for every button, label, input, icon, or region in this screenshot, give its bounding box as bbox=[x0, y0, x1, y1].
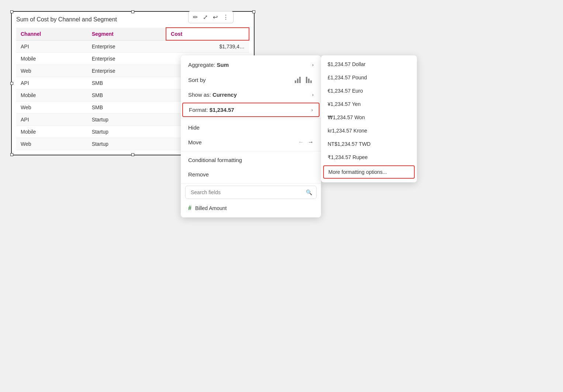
menu-item-conditional-formatting[interactable]: Conditional formatting bbox=[181, 153, 321, 167]
cell-segment: Startup bbox=[87, 138, 166, 150]
aggregate-chevron: › bbox=[312, 62, 314, 68]
separator-3 bbox=[181, 183, 321, 183]
svg-rect-5 bbox=[310, 80, 312, 83]
currency-item[interactable]: €1,234.57 Euro bbox=[321, 84, 417, 97]
widget-toolbar: ✏ ⤢ ↩ ⋮ bbox=[188, 11, 234, 23]
cell-channel: API bbox=[16, 77, 87, 89]
separator-2 bbox=[181, 151, 321, 151]
cell-channel: Mobile bbox=[16, 89, 87, 102]
cell-segment: SMB bbox=[87, 89, 166, 102]
cell-cost: $1,739,4… bbox=[166, 40, 249, 53]
more-button[interactable]: ⋮ bbox=[221, 13, 230, 21]
move-arrows: ← → bbox=[298, 139, 314, 145]
currency-item[interactable]: ₹1,234.57 Rupee bbox=[321, 151, 417, 164]
aggregate-label: Aggregate: Sum bbox=[188, 62, 229, 68]
move-right-icon[interactable]: → bbox=[308, 139, 314, 145]
menu-item-show-as[interactable]: Show as: Currency › bbox=[181, 87, 321, 102]
move-left-icon[interactable]: ← bbox=[298, 139, 304, 145]
currency-item[interactable]: NT$1,234.57 TWD bbox=[321, 137, 417, 151]
cell-segment: Enterprise bbox=[87, 40, 166, 53]
svg-rect-2 bbox=[299, 77, 301, 83]
svg-rect-0 bbox=[295, 80, 296, 83]
resize-handle-tm[interactable] bbox=[131, 10, 134, 13]
resize-handle-bl[interactable] bbox=[10, 153, 13, 156]
search-input[interactable] bbox=[185, 186, 317, 199]
currency-item[interactable]: $1,234.57 Dollar bbox=[321, 58, 417, 71]
format-label: Format: $1,234.57 bbox=[189, 107, 234, 113]
cell-segment: Enterprise bbox=[87, 65, 166, 77]
col-header-channel[interactable]: Channel bbox=[16, 28, 87, 40]
currency-item[interactable]: More formatting options... bbox=[323, 165, 415, 179]
resize-handle-bm[interactable] bbox=[131, 153, 134, 156]
col-header-segment[interactable]: Segment bbox=[87, 28, 166, 40]
sort-desc-icon[interactable] bbox=[305, 76, 314, 83]
table-row: API Enterprise $1,739,4… bbox=[16, 40, 249, 53]
menu-item-remove[interactable]: Remove bbox=[181, 167, 321, 182]
menu-item-aggregate[interactable]: Aggregate: Sum › bbox=[181, 58, 321, 72]
resize-handle-tr[interactable] bbox=[252, 10, 255, 13]
cell-channel: API bbox=[16, 40, 87, 53]
cell-channel: Web bbox=[16, 65, 87, 77]
remove-label: Remove bbox=[188, 171, 209, 178]
col-header-cost[interactable]: Cost bbox=[166, 28, 249, 40]
cell-channel: API bbox=[16, 114, 87, 126]
svg-rect-3 bbox=[306, 77, 307, 83]
cell-channel: Mobile bbox=[16, 126, 87, 138]
search-icon: 🔍 bbox=[306, 189, 312, 195]
cell-segment: SMB bbox=[87, 102, 166, 114]
move-label: Move bbox=[188, 139, 202, 145]
currency-item[interactable]: kr1,234.57 Krone bbox=[321, 124, 417, 137]
currency-submenu: $1,234.57 Dollar£1,234.57 Pound€1,234.57… bbox=[321, 55, 417, 182]
hash-icon: # bbox=[188, 205, 191, 212]
show-as-chevron: › bbox=[312, 92, 314, 97]
expand-button[interactable]: ⤢ bbox=[201, 13, 209, 21]
currency-item[interactable]: ₩1,234.57 Won bbox=[321, 111, 417, 124]
cell-segment: Startup bbox=[87, 114, 166, 126]
currency-item[interactable]: ¥1,234.57 Yen bbox=[321, 97, 417, 111]
cell-segment: Enterprise bbox=[87, 53, 166, 65]
edit-button[interactable]: ✏ bbox=[191, 13, 199, 21]
cell-segment: Startup bbox=[87, 126, 166, 138]
hide-label: Hide bbox=[188, 124, 200, 131]
sort-asc-icon[interactable] bbox=[294, 76, 303, 83]
cell-channel: Mobile bbox=[16, 53, 87, 65]
field-item-label: Billed Amount bbox=[195, 205, 227, 211]
field-item-billed-amount[interactable]: # Billed Amount bbox=[181, 201, 321, 215]
separator-1 bbox=[181, 118, 321, 119]
svg-rect-4 bbox=[308, 79, 310, 83]
show-as-label: Show as: Currency bbox=[188, 92, 237, 98]
search-container: 🔍 bbox=[185, 186, 317, 199]
format-chevron: › bbox=[311, 107, 313, 113]
cell-channel: Web bbox=[16, 138, 87, 150]
menu-item-sort[interactable]: Sort by bbox=[181, 72, 321, 87]
cell-channel: Web bbox=[16, 102, 87, 114]
undo-button[interactable]: ↩ bbox=[211, 13, 219, 21]
cell-segment: SMB bbox=[87, 77, 166, 89]
currency-item[interactable]: £1,234.57 Pound bbox=[321, 71, 417, 84]
context-menu: Aggregate: Sum › Sort by bbox=[181, 55, 321, 217]
menu-item-hide[interactable]: Hide bbox=[181, 120, 321, 135]
svg-rect-1 bbox=[297, 79, 298, 83]
resize-handle-ml[interactable] bbox=[10, 82, 13, 85]
menu-item-move: Move ← → bbox=[181, 135, 321, 149]
sort-label: Sort by bbox=[188, 77, 206, 83]
menu-item-format[interactable]: Format: $1,234.57 › bbox=[182, 103, 320, 117]
conditional-formatting-label: Conditional formatting bbox=[188, 157, 242, 163]
resize-handle-tl[interactable] bbox=[10, 10, 13, 13]
